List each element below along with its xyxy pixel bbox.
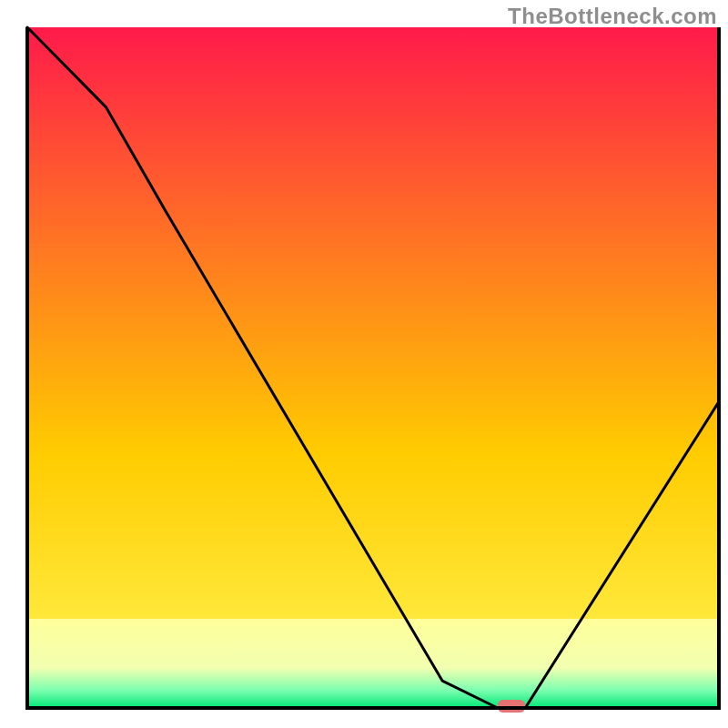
- chart-frame: TheBottleneck.com: [0, 0, 728, 728]
- chart-svg: [0, 0, 728, 728]
- background-gradient-main: [27, 27, 719, 619]
- background-gradient-bottom: [27, 619, 719, 708]
- watermark-text: TheBottleneck.com: [508, 4, 717, 29]
